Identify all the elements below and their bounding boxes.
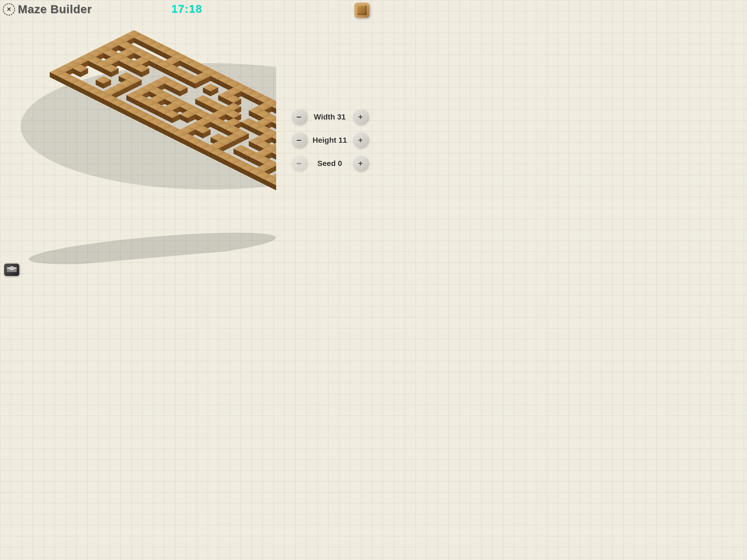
block-icon-inner <box>357 5 367 15</box>
width-label: Width 31 <box>311 112 349 121</box>
width-plus-button[interactable]: + <box>353 109 368 124</box>
bottom-icon-svg <box>6 265 17 274</box>
height-control-row: − Height 11 + <box>291 133 368 148</box>
seed-label: Seed 0 <box>311 159 349 168</box>
height-plus-button[interactable]: + <box>353 133 368 148</box>
maze-canvas <box>3 8 276 246</box>
seed-control-row: − Seed 0 + <box>291 156 368 171</box>
height-label: Height 11 <box>311 136 349 144</box>
width-control-row: − Width 31 + <box>291 109 368 124</box>
block-icon-button[interactable] <box>354 3 369 18</box>
controls-panel: − Width 31 + − Height 11 + − Seed 0 + <box>291 109 368 171</box>
maze-viewport <box>3 8 276 260</box>
seed-minus-button[interactable]: − <box>291 156 307 171</box>
height-minus-button[interactable]: − <box>291 133 307 148</box>
width-minus-button[interactable]: − <box>291 109 307 124</box>
seed-plus-button[interactable]: + <box>353 156 368 171</box>
bottom-block-icon[interactable] <box>4 263 19 276</box>
